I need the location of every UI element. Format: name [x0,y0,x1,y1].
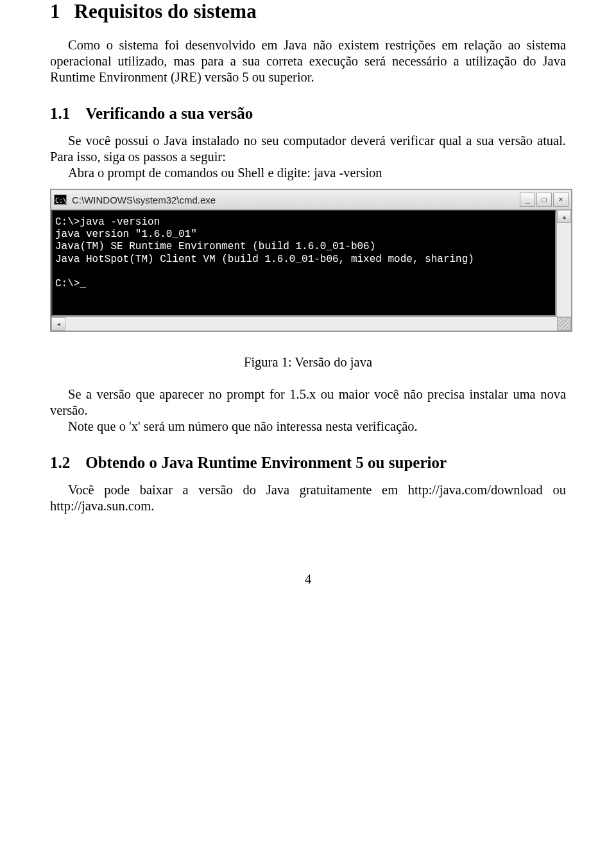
section-1-1-paragraph-1: Se você possui o Java instalado no seu c… [50,133,566,165]
section-1-paragraph: Como o sistema foi desenvolvido em Java … [50,37,566,85]
section-1-1-title: Verificando a sua versão [85,105,253,123]
cmd-title-text: C:\WINDOWS\system32\cmd.exe [72,195,520,205]
section-1-2-number: 1.2 [50,454,70,472]
cmd-app-icon-text: C:\ [55,197,67,204]
horizontal-scrollbar-row: ◂ [51,316,571,331]
page-number: 4 [50,572,566,587]
section-1-2-heading: 1.2 Obtendo o Java Runtime Environment 5… [50,454,566,472]
terminal-output: C:\>java -version java version "1.6.0_01… [51,210,556,316]
document-page: 1 Requisitos do sistema Como o sistema f… [0,0,616,612]
section-1-1-heading: 1.1 Verificando a sua versão [50,105,566,123]
maximize-button[interactable]: □ [536,193,552,207]
section-1-1-paragraph-2: Abra o prompt de comandos ou Shell e dig… [50,165,566,181]
vertical-scrollbar[interactable]: ▴ [556,210,571,316]
cmd-window: C:\ C:\WINDOWS\system32\cmd.exe _ □ × C:… [50,189,572,332]
horizontal-scrollbar[interactable]: ◂ [51,316,571,331]
section-1-number: 1 [50,0,60,23]
section-1-1-number: 1.1 [50,105,70,123]
section-1-heading: 1 Requisitos do sistema [50,0,566,23]
minimize-button[interactable]: _ [520,193,535,207]
terminal-area: C:\>java -version java version "1.6.0_01… [51,210,571,316]
figure-1-caption: Figura 1: Versão do java [50,355,566,370]
cmd-app-icon: C:\ [54,195,67,205]
resize-grip-icon[interactable] [557,317,571,331]
cmd-titlebar: C:\ C:\WINDOWS\system32\cmd.exe _ □ × [51,190,571,210]
scroll-up-arrow-icon[interactable]: ▴ [557,210,571,223]
section-1-2-paragraph: Você pode baixar a versão do Java gratui… [50,482,566,514]
after-figure-paragraph-2: Note que o 'x' será um número que não in… [50,419,566,435]
after-figure-paragraph-1: Se a versão que aparecer no prompt for 1… [50,386,566,419]
close-button[interactable]: × [553,193,569,207]
section-1-title: Requisitos do sistema [74,0,257,23]
window-buttons: _ □ × [520,193,569,207]
scroll-left-arrow-icon[interactable]: ◂ [51,317,65,331]
section-1-2-title: Obtendo o Java Runtime Environment 5 ou … [85,454,447,472]
